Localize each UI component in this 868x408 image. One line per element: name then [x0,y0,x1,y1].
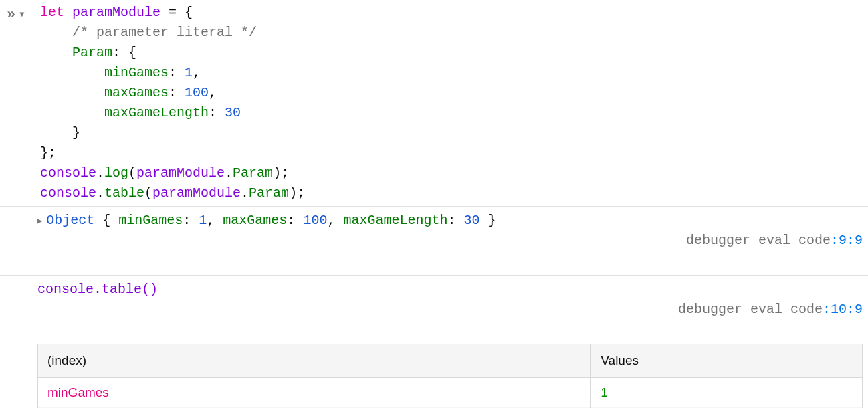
collapse-twisty-icon[interactable]: ▼ [17,4,24,21]
table-source-file: debugger eval code [678,302,823,317]
prompt-icon: » [7,4,11,26]
log-source-file: debugger eval code [686,233,831,248]
console-table-output: console.table() debugger eval code:10:9 … [0,276,868,408]
log-source-location: :9:9 [831,233,863,248]
console-log-output-row: ▶ Object { minGames: 1, maxGames: 100, m… [0,207,868,276]
log-object-summary[interactable]: Object { minGames: 1, maxGames: 100, max… [46,211,496,231]
console-table-header: console.table() debugger eval code:10:9 [37,280,863,340]
table-cell-index[interactable]: minGames [38,377,591,407]
table-source-location: :10:9 [823,302,863,317]
console-input-code[interactable]: let paramModule = { /* parameter literal… [40,3,305,203]
log-source-link[interactable]: debugger eval code:9:9 [654,211,863,271]
expand-object-icon[interactable]: ▶ [37,211,42,227]
table-body: minGames1maxGames100maxGameLength30 [38,377,863,408]
console-input-row: » ▼ let paramModule = { /* parameter lit… [0,0,868,207]
console-table: (index) Values minGames1maxGames100maxGa… [37,344,863,408]
table-header-index[interactable]: (index) [38,344,591,378]
input-gutter: » ▼ [3,3,40,26]
table-header-values[interactable]: Values [591,344,863,378]
table-row: minGames1 [38,377,863,407]
log-output-left: ▶ Object { minGames: 1, maxGames: 100, m… [37,211,496,231]
console-table-label: console.table() [37,280,158,300]
table-cell-value[interactable]: 1 [591,377,863,407]
table-header-row: (index) Values [38,344,863,378]
table-source-link[interactable]: debugger eval code:10:9 [630,280,863,340]
